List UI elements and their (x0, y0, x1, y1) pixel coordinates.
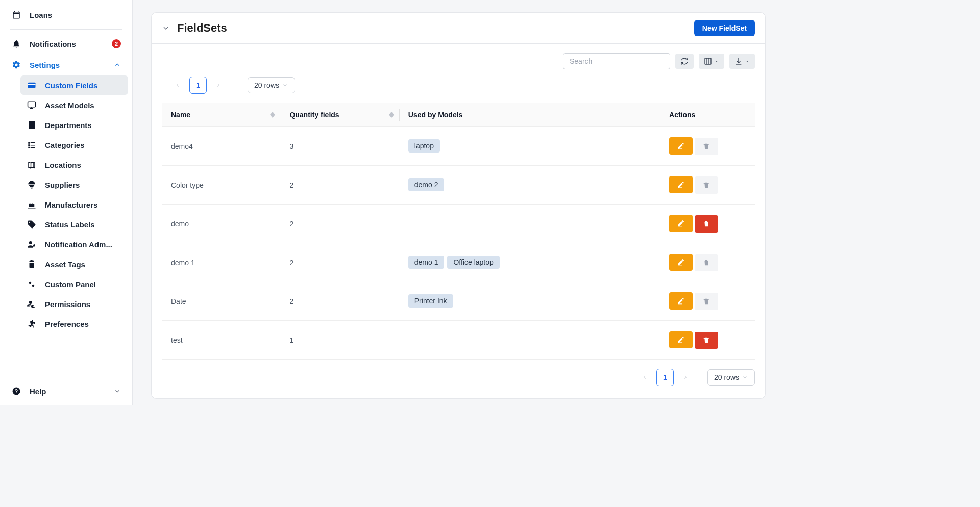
edit-button[interactable] (669, 215, 693, 232)
sidebar-item-help[interactable]: ? Help (4, 381, 128, 401)
model-chip[interactable]: laptop (408, 139, 440, 153)
trash-icon (703, 337, 710, 344)
sidebar-label-preferences: Preferences (45, 320, 89, 328)
delete-button (695, 293, 718, 310)
tag-icon (27, 220, 37, 229)
sidebar-label-asset-models: Asset Models (45, 101, 94, 110)
rows-label: 20 rows (254, 81, 279, 89)
th-quantity[interactable]: Quantity fields (280, 103, 399, 127)
cell-qty: 1 (280, 321, 399, 360)
edit-button[interactable] (669, 331, 693, 348)
model-chip[interactable]: demo 1 (408, 256, 445, 269)
sidebar-item-custom-panel[interactable]: Custom Panel (20, 274, 128, 294)
help-icon: ? (11, 387, 21, 396)
columns-icon (704, 57, 712, 65)
main-content: FieldSets New FieldSet (133, 0, 776, 405)
delete-button[interactable] (695, 332, 718, 349)
pager-prev-bottom[interactable] (636, 369, 653, 386)
sidebar-item-asset-tags[interactable]: Asset Tags (20, 255, 128, 274)
sidebar-item-settings[interactable]: Settings (4, 55, 128, 75)
cell-qty: 2 (280, 205, 399, 243)
pager-page-1-bottom[interactable]: 1 (656, 369, 674, 386)
sidebar-label-permissions: Permissions (45, 300, 90, 309)
sidebar-label-notification-admin: Notification Adm... (45, 240, 112, 249)
bell-icon (11, 39, 21, 48)
th-name[interactable]: Name (162, 103, 280, 127)
new-fieldset-button[interactable]: New FieldSet (694, 20, 755, 36)
cell-name: Color type (162, 166, 280, 205)
cell-used-by: Printer Ink (399, 282, 660, 321)
sidebar-item-categories[interactable]: Categories (20, 135, 128, 155)
sidebar-item-loans[interactable]: Loans (4, 5, 128, 25)
sidebar-label-categories: Categories (45, 141, 85, 149)
edit-button[interactable] (669, 253, 693, 271)
model-chip[interactable]: demo 2 (408, 178, 445, 191)
sidebar-item-preferences[interactable]: Preferences (20, 314, 128, 334)
page-title: FieldSets (177, 21, 227, 35)
svg-rect-16 (678, 187, 682, 188)
edit-button[interactable] (669, 292, 693, 310)
sidebar-label-suppliers: Suppliers (45, 181, 80, 189)
sidebar-label-locations: Locations (45, 161, 81, 169)
caret-down-icon (745, 59, 750, 64)
svg-rect-12 (705, 58, 711, 64)
pager-page-1[interactable]: 1 (189, 77, 207, 94)
caret-down-icon (714, 59, 719, 64)
sidebar-label-settings: Settings (30, 61, 60, 69)
sidebar-item-notification-admin[interactable]: Notification Adm... (20, 235, 128, 254)
cell-name: test (162, 321, 280, 360)
cell-qty: 3 (280, 127, 399, 166)
sidebar-label-departments: Departments (45, 121, 92, 130)
edit-button[interactable] (669, 137, 693, 155)
table-row: demo 12demo 1Office laptop (162, 243, 755, 282)
sidebar-item-departments[interactable]: Departments (20, 115, 128, 135)
edit-button[interactable] (669, 176, 693, 193)
cell-qty: 2 (280, 282, 399, 321)
rows-per-page-top[interactable]: 20 rows (248, 77, 295, 93)
th-used-by: Used by Models (399, 103, 660, 127)
cell-name: Date (162, 282, 280, 321)
cell-qty: 2 (280, 166, 399, 205)
svg-point-8 (29, 301, 32, 304)
running-icon (27, 319, 37, 328)
sidebar-item-permissions[interactable]: Permissions (20, 294, 128, 314)
edit-icon (677, 297, 685, 305)
export-button[interactable] (729, 54, 755, 69)
rows-per-page-bottom[interactable]: 20 rows (707, 369, 755, 386)
sidebar-item-custom-fields[interactable]: Custom Fields (20, 75, 128, 95)
cell-name: demo (162, 205, 280, 243)
calendar-icon (11, 10, 21, 19)
sidebar-item-locations[interactable]: Locations (20, 155, 128, 174)
sidebar-item-suppliers[interactable]: Suppliers (20, 175, 128, 194)
cell-actions (660, 243, 755, 282)
pager-prev[interactable] (169, 77, 186, 94)
fieldsets-panel: FieldSets New FieldSet (151, 12, 766, 399)
pager-next-bottom[interactable] (677, 369, 694, 386)
svg-rect-17 (678, 226, 682, 226)
sidebar-item-manufacturers[interactable]: Manufacturers (20, 195, 128, 214)
trash-icon (703, 220, 710, 227)
th-actions: Actions (660, 103, 755, 127)
sidebar-item-notifications[interactable]: Notifications 2 (4, 34, 128, 54)
delete-button[interactable] (695, 215, 718, 233)
edit-icon (677, 219, 685, 227)
gears-icon (27, 280, 37, 289)
model-chip[interactable]: Office laptop (447, 256, 499, 269)
edit-icon (677, 181, 685, 189)
sidebar-item-asset-models[interactable]: Asset Models (20, 95, 128, 115)
table-row: Date2Printer Ink (162, 282, 755, 321)
refresh-button[interactable] (675, 54, 694, 69)
columns-button[interactable] (699, 54, 724, 69)
search-input[interactable] (563, 53, 670, 69)
sidebar-label-loans: Loans (30, 11, 52, 19)
cell-name: demo 1 (162, 243, 280, 282)
user-gear-icon (27, 240, 37, 249)
model-chip[interactable]: Printer Ink (408, 294, 453, 308)
svg-point-6 (29, 282, 32, 284)
collapse-icon[interactable] (162, 24, 170, 32)
edit-icon (677, 142, 685, 150)
delete-button (695, 138, 718, 155)
sidebar-item-status-labels[interactable]: Status Labels (20, 215, 128, 234)
edit-icon (677, 258, 685, 266)
pager-next[interactable] (210, 77, 227, 94)
